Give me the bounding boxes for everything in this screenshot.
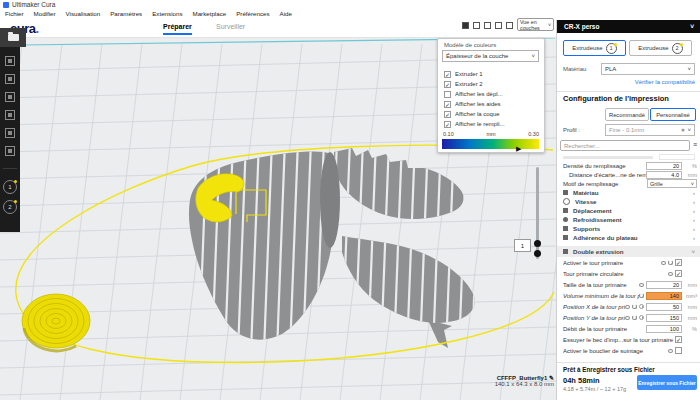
setting-prime-tower-circular[interactable]: Tour primaire circulaire ✓ (557, 268, 700, 279)
material-icon (563, 190, 568, 195)
category-deplacement[interactable]: Déplacement ‹ (557, 206, 700, 215)
checkbox[interactable]: ✓ (444, 101, 451, 108)
setting-infill-density[interactable]: Densité du remplissage 20 % (557, 161, 700, 170)
checkbox[interactable]: ✓ (444, 71, 451, 78)
menubar: FichierModifierVisualisationParamètresEx… (0, 10, 700, 19)
open-file-icon (8, 34, 19, 41)
checkbox[interactable] (675, 347, 682, 354)
link-icon (661, 261, 666, 265)
menu-preferences[interactable]: Préférences (231, 10, 274, 17)
checkbox[interactable]: ✓ (675, 336, 682, 343)
value-field[interactable]: 20 (646, 162, 682, 170)
checkbox[interactable]: ✓ (444, 121, 451, 128)
printer-selector[interactable]: CR-X perso˅ (557, 20, 700, 33)
extruder-1-selector[interactable]: 1 (3, 180, 17, 194)
category-materiau[interactable]: Matériau ‹ (557, 188, 700, 197)
checkbox[interactable]: ✓ (444, 111, 451, 118)
per-model-settings-icon[interactable] (5, 128, 15, 138)
support-blocker-icon[interactable] (5, 146, 15, 156)
star-icon: ★ (681, 127, 686, 133)
revert-icon[interactable] (668, 260, 673, 265)
search-input[interactable] (560, 140, 690, 151)
value-field[interactable]: 50 (646, 303, 682, 311)
checkbox-show-shell[interactable]: ✓ Afficher la coque (444, 109, 500, 119)
tab-recommande[interactable]: Recommandé (605, 108, 649, 121)
chevron-down-icon: ˅ (687, 127, 691, 133)
scale-min: 0.10 (443, 131, 454, 137)
revert-icon[interactable] (632, 304, 637, 309)
color-scheme-dropdown[interactable]: Épaisseur de la couche˅ (442, 50, 539, 62)
menu-visualisation[interactable]: Visualisation (61, 10, 106, 17)
settings-menu-icon[interactable]: ≡ (693, 141, 697, 148)
tab-personnalise[interactable]: Personnalisé (650, 108, 696, 121)
window-title: Ultimaker Cura (12, 1, 55, 8)
scale-tool-icon[interactable] (5, 74, 15, 84)
setting-infill-line-distance[interactable]: Distance d'écarte...ne de remplissage 4.… (557, 170, 700, 179)
category-vitesse[interactable]: Vitesse ‹ (557, 197, 700, 206)
checkbox-extruder-1[interactable]: ✓ Extruder 1 (444, 69, 483, 79)
value-field[interactable]: 20 (646, 281, 682, 289)
value-field-highlighted[interactable]: 140 (646, 292, 682, 300)
revert-icon[interactable] (639, 293, 644, 298)
checkbox-show-helpers[interactable]: ✓ Afficher les aides (444, 99, 501, 109)
setting-prime-tower-flow[interactable]: Débit de la tour primaire 100 % (557, 323, 700, 334)
layer-number-tooltip[interactable]: 1 (514, 239, 531, 252)
profile-label: Profil : (563, 127, 580, 133)
rotate-tool-icon[interactable] (5, 92, 15, 102)
checkbox-show-travels[interactable]: Afficher les dépl... (444, 89, 503, 99)
setting-prime-tower-position-y[interactable]: Position Y de la tour primaire 150 mm (557, 312, 700, 323)
layers-view-icon[interactable] (495, 22, 502, 29)
menu-extensions[interactable]: Extensions (147, 10, 187, 17)
value-field[interactable]: 4.0 (646, 171, 682, 179)
pattern-dropdown[interactable]: Grille˅ (647, 179, 697, 188)
extruder-2-tab[interactable]: Extrudeuse 2 (629, 40, 692, 56)
revert-icon[interactable] (632, 315, 637, 320)
checkbox-show-infill[interactable]: ✓ Afficher le rempli... (444, 119, 505, 129)
category-double-extrusion[interactable]: Double extrusion ˅ (557, 246, 700, 257)
link-icon (668, 349, 673, 353)
view-mode-dropdown[interactable]: Vue en couches˅ (517, 18, 554, 31)
xray-view-icon[interactable] (484, 22, 491, 29)
category-refroidissement[interactable]: Refroidissement ‹ (557, 215, 700, 224)
play-icon[interactable]: ▶ (516, 145, 521, 152)
menu-marketplace[interactable]: Marketplace (188, 10, 232, 17)
setting-prime-tower-enable[interactable]: Activer le tour primaire ✓ (557, 257, 700, 268)
value-field[interactable]: 150 (646, 314, 682, 322)
save-to-file-button[interactable]: Enregistrer sous Fichier (637, 375, 697, 390)
checkbox[interactable]: ✓ (675, 259, 682, 266)
mirror-tool-icon[interactable] (5, 110, 15, 120)
layer-slider-handle-top[interactable] (534, 240, 541, 247)
setting-prime-tower-min-volume[interactable]: Volume minimum de la tour primaire 140 m… (557, 290, 700, 301)
move-tool-icon[interactable] (5, 56, 15, 66)
material-dropdown[interactable]: PLA˅ (601, 63, 695, 75)
compatibility-link[interactable]: Vérifier la compatibilité (557, 79, 695, 85)
extruder-2-selector[interactable]: 2 (3, 200, 17, 214)
tab-surveiller[interactable]: Surveiller (216, 23, 245, 30)
category-adherence[interactable]: Adhérence du plateau ‹ (557, 233, 700, 242)
menu-modifier[interactable]: Modifier (29, 10, 61, 17)
layer-slider-handle-bottom[interactable] (534, 250, 541, 257)
profile-dropdown[interactable]: Fine - 0.1mm ★ ˅ (605, 124, 695, 136)
menu-fichier[interactable]: Fichier (0, 10, 29, 17)
setting-prime-tower-size[interactable]: Taille de la tour primaire 20 mm (557, 279, 700, 290)
checkbox[interactable]: ✓ (675, 270, 682, 277)
setting-wipe-nozzle[interactable]: Essuyer le bec d'imp...sur la tour prima… (557, 334, 700, 345)
category-supports[interactable]: Supports ‹ (557, 224, 700, 233)
solid-view-icon[interactable] (473, 22, 480, 29)
checkbox-extruder-2[interactable]: ✓ Extruder 2 (444, 79, 483, 89)
checkbox[interactable]: ✓ (444, 81, 451, 88)
menu-aide[interactable]: Aide (275, 10, 297, 17)
open-file-button[interactable] (0, 28, 26, 47)
checkbox[interactable] (444, 91, 451, 98)
value-field[interactable]: 100 (646, 325, 682, 333)
camera-view-icon[interactable] (462, 22, 469, 29)
setting-infill-pattern[interactable]: Motif de remplissage Grille˅ (557, 179, 700, 188)
tab-preparer[interactable]: Préparer (163, 23, 192, 35)
model-info: CFFFP_Butterfly1 ✎ 140.1 x 64.3 x 8.0 mm (420, 374, 554, 387)
setting-prime-tower-position-x[interactable]: Position X de la tour primaire 50 mm (557, 301, 700, 312)
extruder-1-tab[interactable]: Extrudeuse 1 (563, 40, 626, 56)
preview-icon[interactable] (506, 22, 513, 29)
menu-parametres[interactable]: Paramètres (105, 10, 147, 17)
travel-icon (563, 208, 568, 213)
setting-ooze-shield[interactable]: Activer le bouclier de suintage (557, 345, 700, 356)
